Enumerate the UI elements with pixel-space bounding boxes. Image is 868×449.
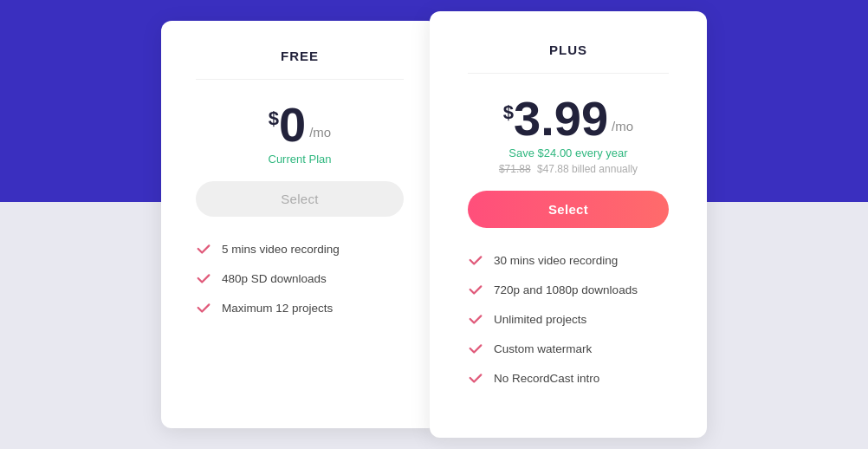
plus-check-icon-2 xyxy=(468,282,483,297)
free-feature-1: 5 mins video recording xyxy=(196,241,404,257)
plus-features-list: 30 mins video recording 720p and 1080p d… xyxy=(468,252,669,400)
free-select-button[interactable]: Select xyxy=(196,181,404,217)
billed-label: $47.88 billed annually xyxy=(537,163,638,175)
plus-feature-3: Unlimited projects xyxy=(468,311,669,327)
free-price-dollar: $ xyxy=(269,107,279,130)
free-feature-2: 480p SD downloads xyxy=(196,270,404,286)
plus-check-icon-3 xyxy=(468,311,483,327)
free-plan-card: FREE $ 0 /mo Current Plan Select 5 mins … xyxy=(161,21,438,428)
billing-row: $71.88 $47.88 billed annually xyxy=(499,163,638,175)
plus-price-amount: 3.99 xyxy=(514,94,608,143)
plus-check-icon-5 xyxy=(468,370,483,386)
plus-divider xyxy=(468,73,669,74)
pricing-cards-container: FREE $ 0 /mo Current Plan Select 5 mins … xyxy=(161,11,707,438)
free-feature-3: Maximum 12 projects xyxy=(196,300,404,316)
plus-feature-4: Custom watermark xyxy=(468,341,669,356)
free-price-amount: 0 xyxy=(279,101,306,149)
free-features-list: 5 mins video recording 480p SD downloads… xyxy=(196,241,404,329)
plus-plan-title: PLUS xyxy=(549,42,587,57)
free-price-row: $ 0 /mo xyxy=(269,101,331,149)
plus-check-icon-1 xyxy=(468,252,483,268)
plus-select-button[interactable]: Select xyxy=(468,191,669,228)
original-price: $71.88 xyxy=(499,163,531,175)
free-divider xyxy=(196,79,404,80)
current-plan-label: Current Plan xyxy=(269,153,332,166)
plus-feature-1: 30 mins video recording xyxy=(468,252,669,268)
check-icon-3 xyxy=(196,300,211,316)
plus-feature-5: No RecordCast intro xyxy=(468,370,669,386)
check-icon-1 xyxy=(196,241,211,257)
free-price-period: /mo xyxy=(309,125,331,140)
plus-check-icon-4 xyxy=(468,341,483,356)
plus-feature-2: 720p and 1080p downloads xyxy=(468,282,669,297)
save-label: Save $24.00 every year xyxy=(508,146,627,159)
plus-plan-card: PLUS $ 3.99 /mo Save $24.00 every year $… xyxy=(430,11,707,438)
check-icon-2 xyxy=(196,270,211,286)
plus-price-dollar: $ xyxy=(503,101,514,124)
free-plan-title: FREE xyxy=(281,49,319,63)
plus-price-row: $ 3.99 /mo xyxy=(503,94,633,143)
plus-price-period: /mo xyxy=(612,119,633,133)
